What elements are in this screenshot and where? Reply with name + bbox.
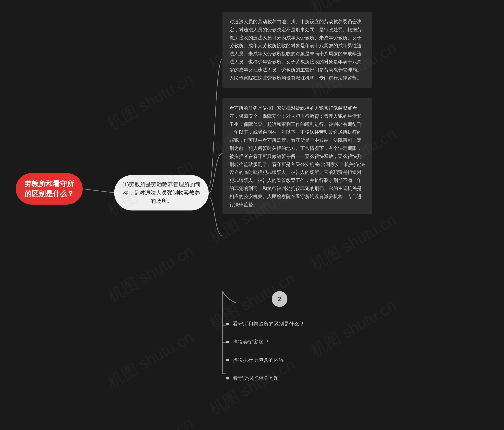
branch-node: (1)劳教所是劳动教养管理所的简称，是对违法人员强制收容教养的场所。 — [114, 175, 209, 211]
branch-node-text: (1)劳教所是劳动教养管理所的简称，是对违法人员强制收容教养的场所。 — [122, 180, 201, 205]
info-box-top-text: 对违法人员的劳动教养由地、州、市所设立的劳动教养委员会决定，对违法人员的劳教决定… — [229, 19, 362, 80]
bullet-icon-2 — [226, 341, 229, 343]
related-link-text-2: 拘役会留案底吗 — [233, 339, 269, 345]
related-link-item-1[interactable]: 看守所和拘留所的区别是什么？ — [223, 315, 372, 333]
related-link-item-3[interactable]: 拘役执行所包含的内容 — [223, 351, 372, 369]
bullet-icon-1 — [226, 323, 229, 325]
page-number-badge: 2 — [272, 291, 288, 307]
info-box-mid-text: 看守所的任务是依据国家法律对被羁押的人犯实行武装警戒看守，保障安全；保障安全；对… — [229, 105, 365, 207]
central-node-text: 劳教所和看守所的区别是什么？ — [22, 179, 77, 199]
page-number-text: 2 — [278, 295, 281, 303]
info-box-mid: 看守所的任务是依据国家法律对被羁押的人犯实行武装警戒看守，保障安全；保障安全；对… — [223, 98, 372, 214]
bullet-icon-4 — [226, 377, 229, 379]
bullet-icon-3 — [226, 359, 229, 361]
related-link-item-2[interactable]: 拘役会留案底吗 — [223, 333, 372, 351]
related-link-text-1: 看守所和拘留所的区别是什么？ — [233, 320, 304, 327]
central-node: 劳教所和看守所的区别是什么？ — [16, 173, 83, 205]
related-link-item-4[interactable]: 看守所探监相关问题 — [223, 369, 372, 387]
related-link-text-4: 看守所探监相关问题 — [233, 375, 279, 382]
related-link-text-3: 拘役执行所包含的内容 — [233, 357, 284, 363]
related-links-section: 看守所和拘留所的区别是什么？ 拘役会留案底吗 拘役执行所包含的内容 看守所探监相… — [223, 315, 372, 387]
info-box-top: 对违法人员的劳动教养由地、州、市所设立的劳动教养委员会决定，对违法人员的劳教决定… — [223, 12, 372, 88]
svg-line-0 — [83, 189, 114, 193]
